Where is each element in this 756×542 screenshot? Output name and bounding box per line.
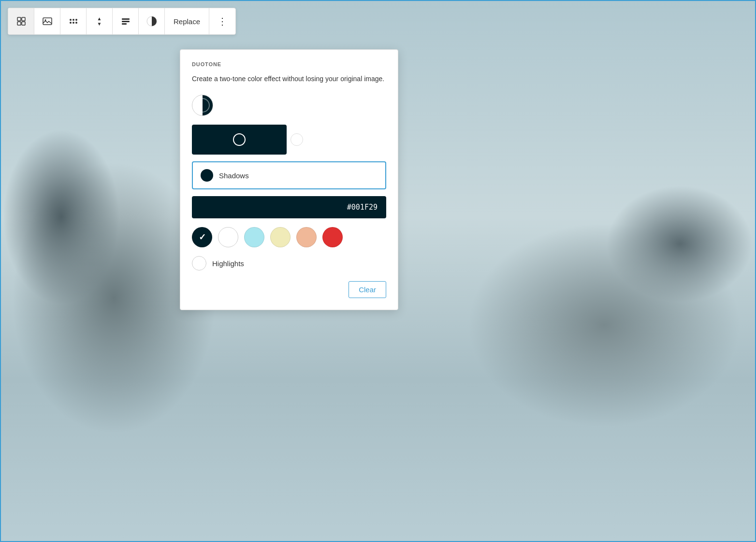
svg-rect-7 (122, 21, 130, 22)
shadow-color-dot (201, 169, 213, 182)
duotone-preview-icon (192, 95, 213, 116)
duotone-icon-button[interactable] (139, 8, 165, 34)
clear-button[interactable]: Clear (349, 281, 386, 298)
duotone-description: Create a two-tone color effect without l… (192, 74, 386, 84)
svg-rect-6 (122, 18, 130, 20)
more-options-button[interactable]: ⋮ (209, 8, 235, 34)
swatch-checkmark: ✓ (199, 232, 206, 242)
svg-rect-0 (17, 17, 21, 21)
svg-rect-1 (17, 22, 21, 25)
drag-icon (70, 19, 77, 24)
canvas-background: ▲ ▼ Replace ⋮ DUOTONE Cre (0, 0, 756, 542)
replace-button[interactable]: Replace (165, 8, 209, 34)
swatch-white[interactable] (218, 227, 238, 247)
image-icon (42, 16, 53, 27)
block-icon-button[interactable] (8, 8, 34, 34)
move-updown-button[interactable]: ▲ ▼ (87, 8, 113, 34)
highlights-color-circle (192, 256, 206, 271)
color-strip-circle (233, 133, 246, 146)
highlights-label: Highlights (212, 259, 244, 268)
swatch-red[interactable] (322, 227, 343, 247)
color-strip-dark[interactable] (192, 125, 287, 155)
ellipsis-icon: ⋮ (218, 15, 228, 27)
color-swatches-row: ✓ (192, 227, 386, 247)
align-button[interactable] (113, 8, 139, 34)
swatch-cyan[interactable] (244, 227, 264, 247)
hex-value-text: #001F29 (347, 203, 378, 212)
swatch-yellow[interactable] (270, 227, 291, 247)
duotone-panel: DUOTONE Create a two-tone color effect w… (180, 49, 398, 310)
hex-color-bar[interactable]: #001F29 (192, 196, 386, 218)
color-strip-light[interactable] (291, 133, 303, 146)
clear-button-row: Clear (192, 281, 386, 298)
color-strip-row (192, 125, 386, 155)
swatch-peach[interactable] (296, 227, 317, 247)
block-toolbar: ▲ ▼ Replace ⋮ (8, 8, 236, 35)
svg-rect-4 (43, 18, 52, 25)
shadows-label: Shadows (219, 171, 249, 180)
svg-rect-2 (22, 17, 25, 21)
image-icon-button[interactable] (34, 8, 60, 34)
highlights-row[interactable]: Highlights (192, 256, 386, 271)
drag-handle-button[interactable] (60, 8, 87, 34)
block-icon (16, 16, 27, 27)
chevrons-updown-icon: ▲ ▼ (97, 16, 102, 27)
swatch-dark[interactable]: ✓ (192, 227, 212, 247)
duotone-panel-title: DUOTONE (192, 61, 386, 67)
shadows-row[interactable]: Shadows (192, 161, 386, 189)
duotone-icon (146, 15, 158, 27)
svg-rect-8 (122, 23, 127, 25)
align-icon (120, 16, 131, 27)
svg-rect-3 (22, 22, 25, 25)
